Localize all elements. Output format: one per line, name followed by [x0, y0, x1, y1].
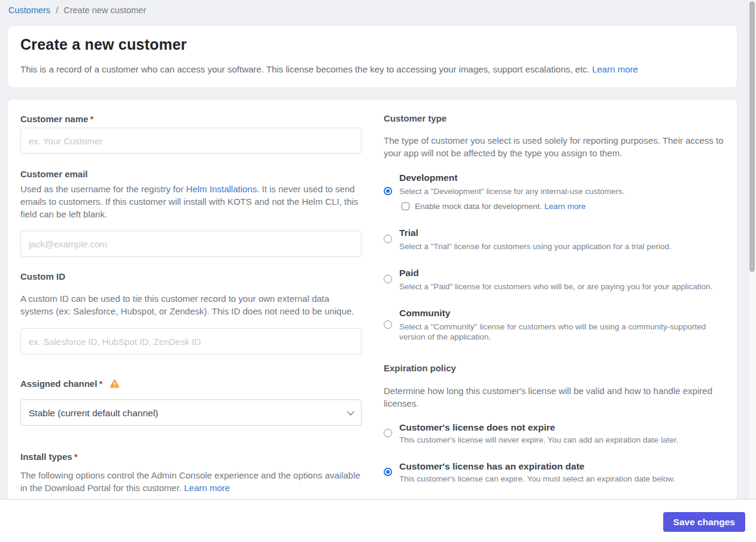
required-asterisk: *	[99, 379, 102, 389]
install-types-label: Install types*	[20, 452, 362, 462]
page-description: This is a record of a customer who can a…	[20, 64, 638, 74]
form-footer: Save changes	[0, 499, 756, 542]
license-has-expiration-description: This customer's license can expire. You …	[399, 474, 728, 484]
customer-type-option-trial: Trial Select a "Trial" license for custo…	[384, 228, 728, 252]
warning-triangle-icon	[110, 379, 120, 390]
vertical-scrollbar	[748, 0, 756, 499]
required-asterisk: *	[74, 452, 78, 462]
customer-email-label: Customer email	[20, 169, 362, 179]
assigned-channel-select-wrap: Stable (current default channel)	[20, 399, 362, 426]
development-radio[interactable]	[384, 187, 392, 195]
customer-name-label: Customer name*	[20, 114, 362, 124]
required-asterisk: *	[90, 114, 93, 124]
install-types-label-text: Install types	[20, 452, 72, 462]
paid-description: Select a "Paid" license for customers wh…	[399, 281, 728, 292]
trial-description: Select a "Trial" license for customers u…	[399, 241, 728, 252]
paid-title: Paid	[399, 268, 728, 278]
customer-name-input[interactable]	[20, 128, 362, 154]
expiration-policy-label: Expiration policy	[384, 364, 728, 373]
customer-email-desc-before: Used as the username for the registry fo…	[20, 184, 186, 194]
mock-data-checkbox-label: Enable mock data for development.	[415, 202, 542, 211]
assigned-channel-label: Assigned channel*	[20, 379, 362, 390]
customer-email-input[interactable]	[20, 231, 362, 257]
install-types-description: The following options control the Admin …	[20, 469, 362, 494]
header-learn-more-link[interactable]: Learn more	[592, 64, 638, 74]
scrollbar-thumb[interactable]	[749, 1, 755, 272]
license-does-not-expire-title: Customer's license does not expire	[399, 422, 728, 432]
breadcrumb-separator: /	[56, 5, 58, 15]
expiration-policy-description: Determine how long this customer's licen…	[384, 384, 728, 410]
custom-id-input[interactable]	[20, 328, 362, 355]
expiration-option-has-date: Customer's license has an expiration dat…	[384, 461, 728, 484]
expiration-option-no-expire: Customer's license does not expire This …	[384, 422, 728, 445]
customer-type-label: Customer type	[384, 114, 728, 123]
form-right-column: Customer type The type of customer you s…	[384, 99, 728, 484]
trial-title: Trial	[399, 228, 728, 238]
breadcrumb-customers-link[interactable]: Customers	[8, 5, 50, 15]
form-left-column: Customer name* Customer email Used as th…	[20, 99, 362, 494]
customer-name-label-text: Customer name	[20, 114, 88, 124]
community-title: Community	[399, 308, 728, 318]
mock-data-checkbox-row: Enable mock data for development. Learn …	[402, 202, 728, 211]
paid-radio[interactable]	[384, 275, 392, 283]
development-title: Development	[399, 172, 728, 183]
license-does-not-expire-description: This customer's license will never expir…	[399, 435, 728, 445]
assigned-channel-select[interactable]: Stable (current default channel)	[20, 399, 362, 426]
breadcrumb: Customers / Create new customer	[8, 5, 146, 15]
customer-type-description: The type of customer you select is used …	[384, 134, 728, 159]
customer-type-option-paid: Paid Select a "Paid" license for custome…	[384, 268, 728, 292]
license-has-expiration-title: Customer's license has an expiration dat…	[399, 461, 728, 471]
customer-type-option-community: Community Select a "Community" license f…	[384, 308, 728, 342]
install-types-learn-more-link[interactable]: Learn more	[184, 483, 230, 493]
helm-installations-link[interactable]: Helm Installations	[186, 184, 257, 194]
mock-data-checkbox[interactable]	[402, 202, 409, 210]
assigned-channel-label-text: Assigned channel	[20, 379, 97, 389]
customer-form-card: Customer name* Customer email Used as th…	[7, 99, 737, 499]
save-changes-button[interactable]: Save changes	[663, 512, 745, 532]
custom-id-description: A custom ID can be used to tie this cust…	[20, 292, 362, 317]
breadcrumb-current: Create new customer	[63, 5, 146, 15]
page-description-text: This is a record of a customer who can a…	[20, 64, 590, 74]
development-description: Select a "Development" license for any i…	[399, 186, 728, 196]
license-has-expiration-radio[interactable]	[384, 468, 392, 476]
trial-radio[interactable]	[384, 235, 392, 243]
customer-email-description: Used as the username for the registry fo…	[20, 183, 362, 220]
page-header-card: Create a new customer This is a record o…	[7, 25, 737, 88]
custom-id-label: Custom ID	[20, 272, 362, 281]
page-title: Create a new customer	[20, 36, 187, 53]
community-radio[interactable]	[384, 320, 392, 329]
license-does-not-expire-radio[interactable]	[384, 429, 392, 437]
customer-type-option-development: Development Select a "Development" licen…	[384, 172, 728, 211]
community-description: Select a "Community" license for custome…	[399, 322, 728, 342]
mock-data-learn-more-link[interactable]: Learn more	[544, 202, 585, 211]
